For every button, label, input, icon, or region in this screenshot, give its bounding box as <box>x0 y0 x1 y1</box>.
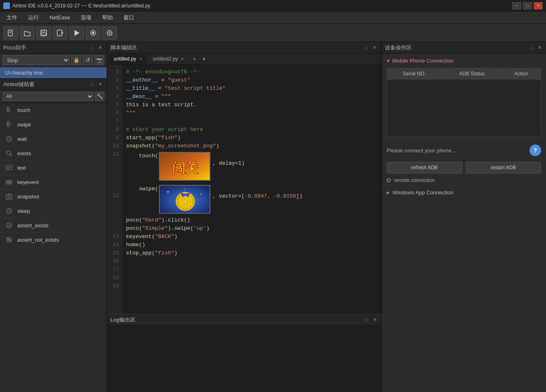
minimize-button[interactable]: ─ <box>512 2 521 9</box>
action-assert-not-exists[interactable]: assert_not_exists <box>0 233 107 247</box>
assert-not-exists-label: assert_not_exists <box>17 237 59 243</box>
tab-untitled-py[interactable]: untitled.py ✕ <box>109 54 148 64</box>
svg-rect-21 <box>7 182 11 183</box>
tab-close-2[interactable]: ✕ <box>180 56 184 62</box>
svg-point-25 <box>7 223 12 228</box>
action-keyevent[interactable]: keyevent <box>0 175 107 189</box>
record-button[interactable] <box>86 26 100 40</box>
action-text[interactable]: text <box>0 161 107 175</box>
action-snapshot[interactable]: snapshot <box>0 189 107 204</box>
save-as-button[interactable] <box>53 26 68 40</box>
windows-conn-section: ▶ Windows App Connection <box>382 185 546 200</box>
tab-dropdown-button[interactable]: ▾ <box>199 54 209 64</box>
airtest-title: Airtest辅助窗 <box>3 81 35 88</box>
svg-line-13 <box>10 154 12 156</box>
airtest-close-btn[interactable]: ✕ <box>97 81 103 88</box>
editor-minimize-btn[interactable]: □ <box>363 44 369 51</box>
browse-button[interactable] <box>102 26 117 40</box>
code-content[interactable]: # -*- encoding=utf8 -*- __author__ = "gu… <box>122 65 381 314</box>
play-button[interactable] <box>69 26 84 40</box>
airtest-header: Airtest辅助窗 □ ✕ <box>0 79 107 90</box>
code-line-14: poco("Simple").swipe('up') <box>126 224 377 233</box>
tabs-row: untitled.py ✕ untitled2.py ✕ + ▾ <box>107 54 381 65</box>
device-close-btn[interactable]: ✕ <box>536 44 543 51</box>
stop-select[interactable]: Stop <box>2 55 70 65</box>
svg-text:闯关: 闯关 <box>172 161 199 175</box>
keyevent-icon <box>5 178 13 186</box>
device-minimize-btn[interactable]: □ <box>528 44 534 51</box>
svg-rect-5 <box>42 33 46 35</box>
refresh-adb-button[interactable]: refresh ADB <box>387 162 462 173</box>
assert-exists-label: assert_exists <box>17 222 49 229</box>
save-button[interactable] <box>36 26 51 40</box>
menu-file[interactable]: 文件 <box>2 12 22 23</box>
code-line-13: poco("Hard").click() <box>126 216 377 224</box>
windows-conn-title[interactable]: ▶ Windows App Connection <box>387 189 541 196</box>
code-line-4: __desc__ = """ <box>126 93 377 101</box>
action-exists[interactable]: exists <box>0 146 107 161</box>
refresh-btn[interactable]: ↺ <box>83 55 93 65</box>
action-sleep[interactable]: sleep <box>0 204 107 218</box>
remote-row: remote connection <box>382 176 546 185</box>
action-touch[interactable]: touch <box>0 103 107 117</box>
filter-icon-btn[interactable]: 🔧 <box>95 92 104 101</box>
svg-text:1: 1 <box>184 197 187 205</box>
airtest-panel: Airtest辅助窗 □ ✕ All 🔧 touch <box>0 78 107 392</box>
help-button[interactable]: ? <box>530 145 541 156</box>
lock-btn[interactable]: 🔒 <box>71 55 81 65</box>
toolbar <box>0 24 546 42</box>
svg-point-9 <box>92 32 94 34</box>
text-label: text <box>17 165 26 171</box>
poco-minimize-btn[interactable]: □ <box>89 44 95 51</box>
main-layout: Poco助手 □ ✕ Stop 🔒 ↺ 📷 UI-hierachy tree A… <box>0 42 546 392</box>
remote-radio[interactable] <box>387 178 391 182</box>
code-line-1: # -*- encoding=utf8 -*- <box>126 68 377 76</box>
poco-close-btn[interactable]: ✕ <box>97 44 103 51</box>
ui-hierarchy-tree[interactable]: UI-hierachy tree <box>0 67 107 78</box>
filter-select[interactable]: All <box>2 92 93 101</box>
window-controls: ─ □ ✕ <box>512 2 543 9</box>
code-line-11-img: touch( <box>126 150 377 183</box>
screenshot-btn[interactable]: 📷 <box>94 55 104 65</box>
code-line-9: start_app("fish") <box>126 134 377 142</box>
tab-close-1[interactable]: ✕ <box>139 56 142 62</box>
wait-icon <box>5 135 13 143</box>
col-action: Action <box>502 68 541 79</box>
filter-row: All 🔧 <box>0 90 107 103</box>
new-file-button[interactable] <box>3 26 18 40</box>
touch-icon <box>5 106 13 114</box>
title-bar: Airtest IDE v.0.0.4_2018-02-27 ~~ E:\tes… <box>0 0 546 12</box>
editor-close-btn[interactable]: ✕ <box>371 44 378 51</box>
log-minimize-btn[interactable]: □ <box>363 317 370 323</box>
open-file-button[interactable] <box>20 26 35 40</box>
close-button[interactable]: ✕ <box>534 2 543 9</box>
action-swipe[interactable]: swipe <box>0 117 107 132</box>
code-line-12-img: swipe( <box>126 183 377 216</box>
device-empty-row <box>387 79 541 137</box>
tab-label-2: untitled2.py <box>153 56 178 62</box>
action-assert-exists[interactable]: assert_exists <box>0 218 107 233</box>
svg-marker-7 <box>75 30 79 36</box>
mobile-title: ♥ Mobile Phone Connection <box>387 58 541 64</box>
exists-icon <box>5 149 13 157</box>
menu-window[interactable]: 窗口 <box>119 12 139 23</box>
code-line-19 <box>126 266 377 274</box>
add-tab-button[interactable]: + <box>189 54 199 64</box>
menu-netease[interactable]: NetEase <box>44 13 75 22</box>
menu-options[interactable]: 选项 <box>76 12 96 23</box>
menu-help[interactable]: 帮助 <box>97 12 118 23</box>
code-editor[interactable]: 12345 678910 11 12 1314151617 1819 # -*-… <box>107 65 381 314</box>
poco-title: Poco助手 <box>3 44 26 51</box>
log-close-btn[interactable]: ✕ <box>371 317 378 323</box>
menu-run[interactable]: 运行 <box>23 12 44 23</box>
action-wait[interactable]: wait <box>0 132 107 146</box>
maximize-button[interactable]: □ <box>523 2 532 9</box>
adb-buttons-row: refresh ADB restart ADB <box>382 159 546 176</box>
swipe-icon <box>5 120 13 128</box>
device-panel-header: 设备操作区 □ ✕ <box>382 42 546 54</box>
assert-exists-icon <box>5 221 13 229</box>
restart-adb-button[interactable]: restart ADB <box>466 162 541 173</box>
tab-untitled2-py[interactable]: untitled2.py ✕ <box>148 54 189 64</box>
airtest-minimize-btn[interactable]: □ <box>89 81 95 88</box>
svg-point-32 <box>201 194 202 195</box>
